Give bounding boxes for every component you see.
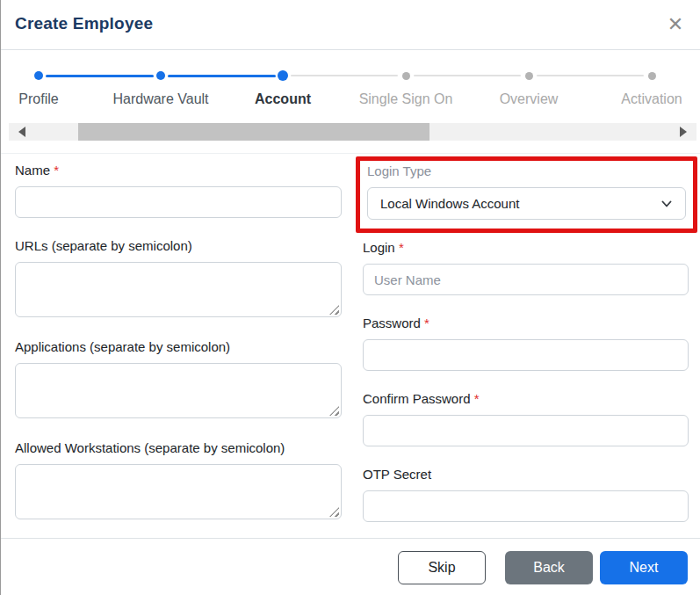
stepper-line-segment [291,75,398,76]
login-type-select[interactable]: Local Windows Account [367,187,686,220]
skip-button[interactable]: Skip [398,551,486,584]
applications-textarea[interactable] [15,363,342,418]
confirm-password-input[interactable] [363,415,689,446]
allowed-workstations-textarea[interactable] [15,464,342,519]
stepper-dot [278,70,288,81]
footer-actions: Skip Back Next [398,551,688,584]
stepper-line-segment [414,75,521,76]
triangle-right-icon [680,127,687,137]
login-type-selected-value: Local Windows Account [380,196,519,211]
divider [1,538,700,539]
create-employee-dialog: Create Employee ✕ Profile Hardware Vault… [0,0,700,595]
required-asterisk: * [424,316,429,330]
stepper-dot [34,71,43,80]
page-title: Create Employee [15,14,153,33]
stepper-dot [648,72,656,80]
stepper-step-label: Overview [458,91,599,107]
confirm-password-label: Confirm Password * [363,390,689,408]
password-label: Password * [363,315,689,332]
password-input[interactable] [363,339,689,371]
form-column-right: Login Type Local Windows Account Login *… [363,155,689,541]
urls-textarea[interactable] [15,262,342,317]
scrollbar-track[interactable] [35,123,670,141]
login-type-label: Login Type [367,163,686,180]
next-button[interactable]: Next [600,551,688,584]
triangle-left-icon [18,127,25,137]
stepper-line-segment [46,75,154,77]
form-column-left: Name * URLs (separate by semicolon) Appl… [15,155,342,541]
name-label: Name * [15,162,342,179]
applications-label: Applications (separate by semicolon) [15,338,342,356]
stepper-step-label: Single Sign On [336,91,476,107]
allowed-workstations-label: Allowed Workstations (separate by semico… [15,439,342,457]
scroll-right-button[interactable] [670,123,696,141]
label-text: Password [363,316,421,330]
otp-secret-input[interactable] [363,490,689,522]
login-input[interactable] [363,264,689,295]
stepper-line-segment [168,75,276,77]
stepper-step-label: Hardware Vault [90,91,231,107]
label-text: Login [363,240,395,255]
divider [1,153,700,154]
wizard-stepper: Profile Hardware Vault Account Single Si… [1,51,700,120]
stepper-dot [525,72,533,80]
stepper-dot [402,72,410,80]
login-label: Login * [363,239,689,257]
required-asterisk: * [54,163,59,178]
required-asterisk: * [399,240,404,255]
otp-secret-label: OTP Secret [363,466,689,483]
back-button[interactable]: Back [505,551,593,584]
scroll-left-button[interactable] [9,123,35,141]
stepper-step-label: Account [213,91,353,107]
horizontal-scrollbar[interactable] [9,123,696,141]
scrollbar-thumb[interactable] [78,123,429,141]
stepper-line-segment [537,75,644,76]
close-icon[interactable]: ✕ [661,11,689,39]
label-text: Name [15,163,50,178]
chevron-down-icon [660,198,673,210]
stepper-step-label: Activation [581,91,700,107]
label-text: Confirm Password [363,391,471,406]
name-input[interactable] [15,186,342,218]
login-type-highlight-box: Login Type Local Windows Account [356,156,697,233]
required-asterisk: * [474,391,480,406]
urls-label: URLs (separate by semicolon) [15,237,342,255]
dialog-header: Create Employee ✕ [1,0,700,50]
stepper-dot [156,71,165,80]
